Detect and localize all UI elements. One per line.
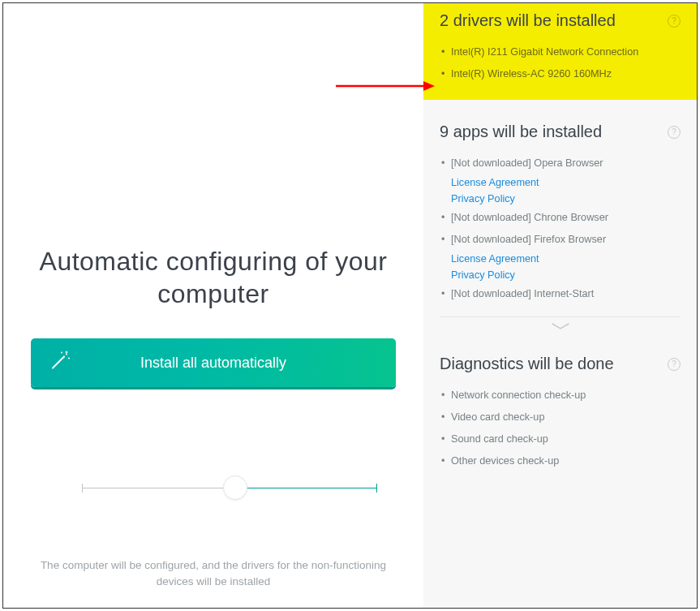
list-item: Other devices check-up xyxy=(440,450,681,472)
list-item: Video card check-up xyxy=(440,407,681,428)
list-item: Intel(R) Wireless-AC 9260 160MHz xyxy=(440,63,681,85)
apps-heading: 9 apps will be installed ? xyxy=(440,123,681,141)
svg-point-0 xyxy=(66,354,67,355)
diagnostics-heading: Diagnostics will be done ? xyxy=(440,355,681,373)
list-item: [Not downloaded] Internet-Start xyxy=(440,283,681,305)
main-panel: Automatic configuring of your computer I… xyxy=(3,3,423,608)
magic-wand-icon xyxy=(49,350,71,376)
drivers-list: Intel(R) I211 Gigabit Network Connection… xyxy=(440,41,681,85)
side-panel: 2 drivers will be installed ? Intel(R) I… xyxy=(423,3,697,608)
list-item: Sound card check-up xyxy=(440,428,681,450)
help-icon[interactable]: ? xyxy=(668,126,681,139)
list-item: [Not downloaded] Opera Browser xyxy=(440,153,681,174)
expand-apps-chevron-icon[interactable] xyxy=(423,322,697,332)
license-link[interactable]: Privacy Policy xyxy=(440,191,681,207)
app-window: Automatic configuring of your computer I… xyxy=(2,2,698,609)
list-item: Intel(R) I211 Gigabit Network Connection xyxy=(440,41,681,63)
apps-section: 9 apps will be installed ? [Not download… xyxy=(423,100,697,310)
help-icon[interactable]: ? xyxy=(668,15,681,28)
install-all-button-label: Install all automatically xyxy=(140,355,286,372)
divider xyxy=(440,316,681,317)
slider-knob[interactable] xyxy=(223,475,247,500)
drivers-heading: 2 drivers will be installed ? xyxy=(440,11,681,30)
diagnostics-section: Diagnostics will be done ? Network conne… xyxy=(423,332,697,477)
progress-slider[interactable] xyxy=(28,476,399,501)
svg-point-1 xyxy=(68,358,70,359)
license-link[interactable]: License Agreement xyxy=(440,251,681,267)
config-note: The computer will be configured, and the… xyxy=(28,557,399,591)
help-icon[interactable]: ? xyxy=(668,358,681,371)
license-link[interactable]: Privacy Policy xyxy=(440,267,681,283)
drivers-section: 2 drivers will be installed ? Intel(R) I… xyxy=(423,3,697,100)
page-title: Automatic configuring of your computer xyxy=(28,245,399,310)
apps-list: [Not downloaded] Opera BrowserLicense Ag… xyxy=(440,153,681,305)
list-item: [Not downloaded] Chrone Browser xyxy=(440,207,681,229)
diagnostics-list: Network connection check-upVideo card ch… xyxy=(440,385,681,472)
install-all-button[interactable]: Install all automatically xyxy=(31,338,396,387)
slider-track xyxy=(82,488,377,488)
list-item: [Not downloaded] Firefox Browser xyxy=(440,229,681,251)
list-item: Network connection check-up xyxy=(440,385,681,407)
license-link[interactable]: License Agreement xyxy=(440,174,681,191)
svg-point-2 xyxy=(61,352,62,354)
